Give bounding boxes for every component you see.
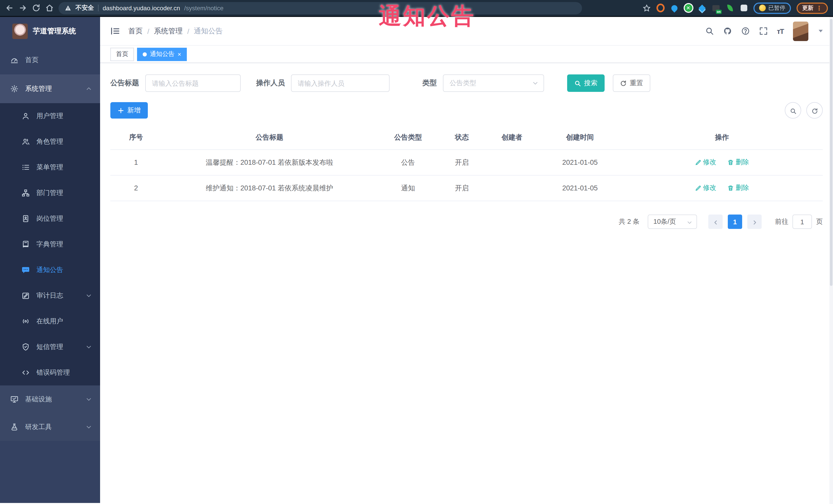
help-icon[interactable] [741, 27, 749, 35]
extension-blue-gem-icon[interactable] [698, 4, 706, 12]
breadcrumb: 首页 / 系统管理 / 通知公告 [128, 26, 223, 36]
sidebar-item-notice-announcement[interactable]: 通知公告 [0, 257, 100, 283]
page-size-select[interactable]: 10条/页 [648, 215, 697, 229]
sidebar-item-role-management[interactable]: 角色管理 [0, 129, 100, 154]
sidebar-item-dev-tools[interactable]: 研发工具 [0, 413, 100, 441]
chevron-down-icon [86, 292, 92, 299]
sidebar-item-system-management[interactable]: 系统管理 [0, 74, 100, 103]
search-button[interactable]: 搜索 [567, 74, 604, 92]
filter-title-input[interactable] [145, 74, 241, 92]
id-badge-icon [22, 215, 30, 223]
next-page-button[interactable] [747, 215, 762, 229]
sidebar-item-dict-management[interactable]: 字典管理 [0, 232, 100, 257]
fullscreen-icon[interactable] [759, 27, 767, 35]
avatar-caret-down-icon[interactable] [818, 30, 823, 32]
browser-menu-kebab-icon[interactable]: ⋮ [816, 4, 822, 11]
current-page-button[interactable]: 1 [728, 215, 742, 229]
sidebar-item-department-management[interactable]: 部门管理 [0, 180, 100, 206]
page-scrollbar[interactable] [829, 17, 833, 504]
filter-operator-input[interactable] [291, 74, 389, 92]
prev-page-button[interactable] [708, 215, 723, 229]
refresh-icon [811, 107, 818, 114]
breadcrumb-home[interactable]: 首页 [128, 26, 143, 36]
edit-document-icon [22, 291, 30, 300]
system-management-submenu: 用户管理 角色管理 菜单管理 [0, 103, 100, 385]
goto-page-input[interactable] [792, 215, 812, 229]
sidebar-item-home[interactable]: 首页 [0, 46, 100, 74]
sidebar-item-audit-log[interactable]: 审计日志 [0, 283, 100, 309]
tags-view-bar: 首页 通知公告 × [100, 46, 833, 63]
browser-back-icon[interactable] [5, 4, 14, 12]
gear-icon [10, 85, 19, 93]
scrollbar-thumb[interactable] [830, 19, 832, 286]
tag-close-icon[interactable]: × [177, 51, 181, 57]
col-type: 公告类型 [377, 126, 439, 150]
sidebar-item-error-code-management[interactable]: 错误码管理 [0, 360, 100, 385]
table-header-row: 序号 公告标题 公告类型 状态 创建者 创建时间 操作 [110, 126, 823, 150]
pagination-total: 共 2 条 [619, 217, 640, 226]
profile-paused-chip[interactable]: 已暂停 [754, 2, 791, 14]
extension-orange-ring-icon[interactable] [657, 4, 665, 12]
browser-forward-icon[interactable] [19, 4, 27, 12]
row-title: 温馨提醒：2018-07-01 若依新版本发布啦 [162, 150, 377, 175]
chevron-down-icon [86, 424, 92, 430]
code-icon [22, 368, 30, 377]
filter-type-select[interactable]: 公告类型 [443, 74, 544, 92]
extensions-puzzle-icon[interactable] [740, 4, 748, 12]
edit-link[interactable]: 修改 [695, 158, 716, 167]
font-size-icon[interactable]: ᴛT [777, 27, 784, 35]
address-bar[interactable]: 不安全 dashboard.yudao.iocoder.cn/system/no… [58, 2, 582, 14]
search-icon[interactable] [705, 27, 714, 35]
filter-type-label: 类型 [422, 78, 437, 88]
tag-notice-active[interactable]: 通知公告 × [137, 47, 187, 61]
status-text: 开启 [439, 175, 485, 201]
sidebar-item-infrastructure[interactable]: 基础设施 [0, 385, 100, 413]
add-button[interactable]: 新增 [110, 102, 148, 119]
extension-sprout-icon[interactable] [726, 4, 734, 12]
list-icon [22, 163, 30, 171]
extension-green-circle-icon[interactable]: ✕ [684, 4, 692, 12]
pencil-icon [695, 159, 701, 166]
annotation-overlay: 通知公告 [379, 1, 475, 31]
extension-blue-drop-icon[interactable] [670, 4, 679, 12]
message-bubble-icon [22, 266, 30, 274]
sidebar-item-user-management[interactable]: 用户管理 [0, 103, 100, 129]
sidebar-collapse-icon[interactable] [110, 26, 120, 36]
reset-button[interactable]: 重置 [613, 74, 650, 92]
browser-home-icon[interactable] [45, 4, 54, 12]
refresh-table-button[interactable] [806, 102, 823, 119]
delete-link[interactable]: 删除 [728, 184, 749, 193]
notice-table: 序号 公告标题 公告类型 状态 创建者 创建时间 操作 1 温馨提醒：2018- [110, 126, 823, 201]
sidebar-item-menu-management[interactable]: 菜单管理 [0, 154, 100, 180]
tag-home[interactable]: 首页 [110, 47, 134, 61]
profile-emoji-icon [759, 5, 766, 11]
chevron-up-icon [86, 86, 92, 92]
browser-reload-icon[interactable] [32, 4, 41, 12]
reset-refresh-icon [620, 80, 627, 87]
toggle-search-button[interactable] [785, 102, 801, 119]
extension-dark-icon[interactable]: on [712, 4, 720, 12]
breadcrumb-current: 通知公告 [194, 26, 223, 36]
screenshot-stage: 不安全 dashboard.yudao.iocoder.cn/system/no… [0, 0, 833, 504]
table-toolbar: 新增 [110, 102, 823, 119]
sidebar-item-post-management[interactable]: 岗位管理 [0, 206, 100, 232]
url-path: /system/notice [184, 4, 223, 11]
col-title: 公告标题 [162, 126, 377, 150]
browser-update-button[interactable]: 更新 ⋮ [796, 2, 828, 14]
sidebar-item-online-users[interactable]: 在线用户 [0, 309, 100, 334]
plus-icon [118, 107, 124, 114]
breadcrumb-system[interactable]: 系统管理 [154, 26, 183, 36]
avatar[interactable] [793, 21, 808, 41]
github-icon[interactable] [723, 27, 732, 35]
chevron-down-icon [86, 396, 92, 402]
edit-link[interactable]: 修改 [695, 184, 716, 193]
table-row: 1 温馨提醒：2018-07-01 若依新版本发布啦 公告 开启 2021-01… [110, 150, 823, 175]
sidebar-item-sms-management[interactable]: 短信管理 [0, 334, 100, 360]
delete-link[interactable]: 删除 [728, 158, 749, 167]
bookmark-star-icon[interactable] [643, 4, 651, 12]
row-title: 维护通知：2018-07-01 若依系统凌晨维护 [162, 175, 377, 201]
app-logo: 芋道管理系统 [0, 17, 100, 46]
col-no: 序号 [110, 126, 162, 150]
chevron-right-icon [752, 219, 757, 224]
sidebar: 芋道管理系统 首页 系统管理 [0, 17, 100, 503]
